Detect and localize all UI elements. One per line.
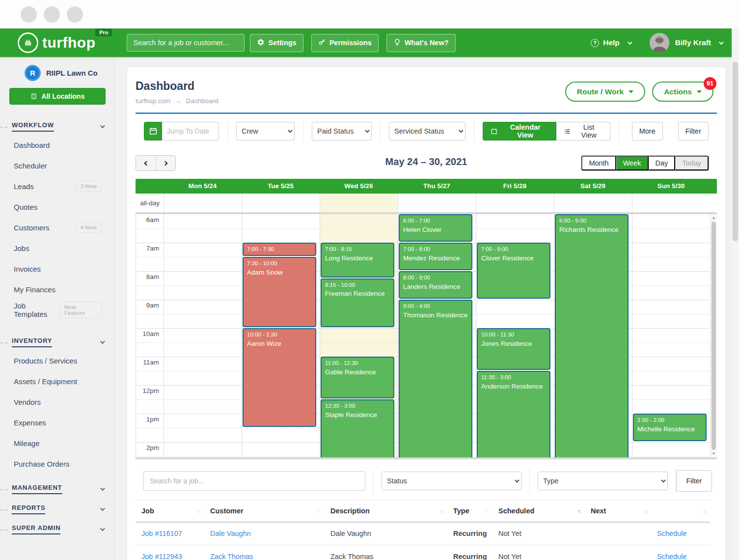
sidebar-item-invoices[interactable]: Invoices <box>0 258 114 279</box>
view-button-week[interactable]: Week <box>616 156 649 170</box>
actions-button[interactable]: Actions 91 <box>652 82 713 102</box>
calendar-event[interactable]: 1:00 - 2:00Michelle Residence <box>633 414 707 441</box>
sidebar-section-super-admin[interactable]: SUPER ADMIN <box>0 524 114 534</box>
calendar-event[interactable]: 11:00 - 12:30Gable Residence <box>321 357 394 398</box>
calendar-event[interactable]: 10:00 - 11:30Jones Residence <box>477 328 550 370</box>
sidebar-item-dashboard[interactable]: Dashboard <box>0 135 114 155</box>
calendar-event[interactable]: 7:00 - 7:30Tommy Lee <box>243 243 316 256</box>
customer-link[interactable]: Zack Thomas <box>210 553 253 560</box>
sidebar-item-purchase-orders[interactable]: Purchase Orders <box>0 453 114 474</box>
breadcrumb-root[interactable]: turfhop.com <box>136 97 170 105</box>
sort-icon[interactable]: ↑↓ <box>440 508 443 514</box>
sidebar-item-expenses[interactable]: Expenses <box>0 412 114 433</box>
job-link[interactable]: Job #116107 <box>141 530 182 537</box>
calendar-event[interactable]: 7:30 - 10:00Adam Snow <box>243 257 316 327</box>
calendar-scrollbar[interactable]: ▲ ▼ <box>710 214 717 457</box>
page-scrollbar[interactable] <box>732 28 739 560</box>
column-header-scheduled[interactable]: Scheduled↑↓ <box>493 500 585 522</box>
sidebar-item-leads[interactable]: Leads3 New <box>0 176 114 196</box>
help-menu[interactable]: ? Help <box>591 38 631 47</box>
window-button-minimize[interactable] <box>44 6 60 23</box>
all-day-cell[interactable] <box>320 194 398 212</box>
sidebar-section-workflow[interactable]: WORKFLOW <box>0 121 114 132</box>
sidebar-item-scheduler[interactable]: Scheduler <box>0 155 114 176</box>
sort-icon[interactable]: ↑↓ <box>644 508 647 514</box>
calendar-event[interactable]: 11:30 - 3:00Anderson Residence <box>477 371 550 457</box>
header-button-permissions[interactable]: Permissions <box>311 34 379 52</box>
view-button-month[interactable]: Month <box>581 156 616 170</box>
job-status-select[interactable]: Status <box>382 472 521 490</box>
calendar-event[interactable]: 7:00 - 8:15Long Residence <box>321 243 394 278</box>
page-scrollbar-thumb[interactable] <box>733 62 738 241</box>
job-link[interactable]: Job #112943 <box>141 553 182 560</box>
sidebar-item-jobs[interactable]: Jobs <box>0 238 114 258</box>
sidebar-item-quotes[interactable]: Quotes <box>0 196 114 217</box>
all-day-cell[interactable] <box>632 194 710 212</box>
column-header-customer[interactable]: Customer↑↓ <box>204 500 325 522</box>
job-type-select[interactable]: Type <box>538 472 668 490</box>
jobs-filter-button[interactable]: Filter <box>676 470 712 492</box>
serviced-status-select[interactable]: Serviced Status <box>389 122 465 140</box>
all-locations-button[interactable]: All Locations <box>9 88 106 105</box>
column-header-next[interactable]: Next↑↓ <box>585 500 651 522</box>
filter-button[interactable]: Filter <box>678 122 709 140</box>
scrollbar-thumb[interactable] <box>712 222 716 450</box>
sidebar-item-assets-equipment[interactable]: Assets / Equipment <box>0 371 114 392</box>
all-day-cell[interactable] <box>554 194 632 212</box>
sidebar-section-inventory[interactable]: INVENTORY <box>0 337 114 347</box>
calendar-event[interactable]: 8:00 - 9:00Landers Residence <box>399 271 472 299</box>
sort-icon[interactable]: ↑↓ <box>317 508 321 514</box>
calendar-view-button[interactable]: Calendar View <box>483 122 556 140</box>
calendar-event[interactable]: 10:00 - 1:30Aaron Wize <box>243 328 316 427</box>
header-button-settings[interactable]: Settings <box>250 34 303 52</box>
sidebar-item-vendors[interactable]: Vendors <box>0 392 114 412</box>
calendar-event[interactable]: 12:30 - 3:00Staple Residence <box>321 399 394 457</box>
sidebar-item-mileage[interactable]: Mileage <box>0 433 114 453</box>
calendar-event[interactable]: 6:00 - 5:00Richards Residence <box>555 214 629 457</box>
sidebar-item-products-services[interactable]: Products / Services <box>0 350 114 371</box>
global-search-input[interactable] <box>127 34 245 52</box>
crew-select[interactable]: Crew <box>236 122 295 140</box>
sort-icon[interactable]: ↑↓ <box>703 508 706 514</box>
user-avatar[interactable] <box>650 33 669 53</box>
sidebar-item-my-finances[interactable]: My Finances <box>0 279 114 300</box>
all-day-cell[interactable] <box>476 194 554 212</box>
column-header-description[interactable]: Description↑↓ <box>325 500 447 522</box>
sidebar-item-customers[interactable]: Customers4 New <box>0 217 114 238</box>
window-button-maximize[interactable] <box>67 6 83 23</box>
calendar-event[interactable]: 8:15 - 10:00Freeman Residence <box>321 279 394 328</box>
jump-to-date-input[interactable] <box>162 122 219 140</box>
schedule-link[interactable]: Schedule <box>657 530 686 537</box>
column-header-job[interactable]: Job↑↓ <box>136 500 204 522</box>
column-header-type[interactable]: Type↑↓ <box>447 500 493 522</box>
scroll-up-icon[interactable]: ▲ <box>711 216 717 220</box>
sort-icon[interactable]: ↑↓ <box>197 508 200 514</box>
sort-icon[interactable]: ↑↓ <box>577 508 581 514</box>
calendar-event[interactable]: 9:00 - 4:00Thomason Residence <box>399 300 472 457</box>
sort-icon[interactable]: ↑↓ <box>485 508 489 514</box>
scroll-down-icon[interactable]: ▼ <box>711 451 717 456</box>
route-work-button[interactable]: Route / Work <box>565 82 645 102</box>
sidebar-section-reports[interactable]: REPORTS <box>0 504 114 514</box>
sidebar-section-management[interactable]: MANAGEMENT <box>0 484 114 494</box>
sidebar-item-job-templates[interactable]: Job TemplatesNew Feature <box>0 300 114 320</box>
calendar-event[interactable]: 7:00 - 9:00Clover Residence <box>477 243 550 299</box>
all-day-cell[interactable] <box>164 194 242 212</box>
header-button-what-s-new[interactable]: What's New? <box>386 34 456 52</box>
more-button[interactable]: More <box>632 122 663 140</box>
view-button-day[interactable]: Day <box>649 156 676 170</box>
schedule-link[interactable]: Schedule <box>657 553 686 560</box>
paid-status-select[interactable]: Paid Status <box>312 122 372 140</box>
customer-link[interactable]: Dale Vaughn <box>210 530 251 537</box>
list-view-button[interactable]: List View <box>556 122 610 140</box>
app-logo[interactable]: turfhop Pro <box>18 32 95 53</box>
window-button-close[interactable] <box>21 6 37 23</box>
job-search-input[interactable] <box>143 471 365 491</box>
calendar-event[interactable]: 6:00 - 7:00Helen Clover <box>399 214 472 242</box>
jump-to-date-button[interactable] <box>144 122 162 140</box>
all-day-cell[interactable] <box>398 194 476 212</box>
column-header-actions[interactable]: ↑↓ <box>651 500 710 522</box>
all-day-cell[interactable] <box>242 194 320 212</box>
user-menu[interactable]: Billy Kraft <box>675 38 722 47</box>
calendar-event[interactable]: 7:00 - 8:00Mendez Residence <box>399 243 472 270</box>
